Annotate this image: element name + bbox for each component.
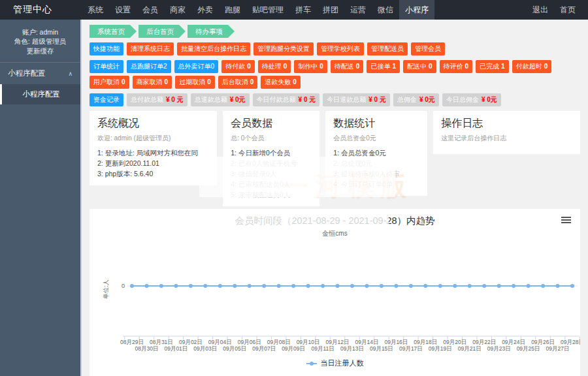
card-member-data: 会员数据 总: 0个会员 1: 今日新增0个会员2: 已有0人验证手机号3: 微… xyxy=(223,111,319,206)
x-axis-label: 09月18日 xyxy=(414,339,437,345)
legend-item[interactable]: 当日注册人数 xyxy=(306,358,364,368)
top-menu-item[interactable]: 拼车 xyxy=(289,0,317,20)
order-status-badge[interactable]: 待配送0 xyxy=(331,60,364,73)
top-right-menu-item[interactable]: 退出 xyxy=(527,0,554,20)
account-name: 账户: admin xyxy=(3,27,78,37)
top-right-menu-item[interactable]: 首页 xyxy=(554,0,581,20)
card-operation-log: 操作日志 这里记录后台操作日志 xyxy=(433,111,580,154)
order-status-badge[interactable]: 商家取消0 xyxy=(133,76,172,89)
card-list-item: 1: 会员总资金0元 xyxy=(333,148,419,158)
money-stat-badge[interactable]: 今日退款总额¥ 0 元 xyxy=(323,93,390,106)
order-status-badge[interactable]: 退款失败0 xyxy=(261,76,301,89)
money-stat-badge[interactable]: 今日总佣金¥ 0元 xyxy=(442,93,501,106)
top-menu-item[interactable]: 外卖 xyxy=(191,0,219,20)
x-axis-label: 09月08日 xyxy=(267,339,291,345)
data-point xyxy=(306,284,310,288)
top-menu-item[interactable]: 运营 xyxy=(344,0,372,20)
order-stats-row: 订单统计总跑腿订单2总外卖订单0 待付款0待处理0制作中0待配送0已接单1配送中… xyxy=(90,60,580,89)
order-status-badge[interactable]: 已完成1 xyxy=(476,60,509,73)
x-axis-label: 09月04日 xyxy=(208,339,232,345)
top-menu-item[interactable]: 商家 xyxy=(164,0,191,20)
order-status-badge[interactable]: 制作中0 xyxy=(294,60,327,73)
top-menu-item[interactable]: 小程序 xyxy=(399,0,434,20)
admin-action-button[interactable]: 批量清空后台操作日志 xyxy=(177,42,250,55)
x-axis-label: 09月17日 xyxy=(399,345,423,352)
quick-actions-row: 快捷功能 清理系统日志批量清空后台操作日志管理跑腿分类设置管理学校列表管理配送员… xyxy=(90,42,580,55)
order-status-badge[interactable]: 已接单1 xyxy=(367,60,400,73)
top-menu-item[interactable]: 贴吧管理 xyxy=(246,0,289,20)
refresh-cache-link[interactable]: 更新缓存 xyxy=(3,46,78,55)
sidebar-item-miniprogram-config[interactable]: 小程序配置 xyxy=(0,84,80,104)
data-point xyxy=(248,284,252,288)
breadcrumb-item[interactable]: 后台首页 xyxy=(139,25,186,38)
data-point xyxy=(380,284,384,288)
y-axis-tick: 0 xyxy=(122,283,125,289)
x-axis-label: 09月24日 xyxy=(502,339,525,345)
admin-action-button[interactable]: 管理配送员 xyxy=(367,42,408,55)
data-point xyxy=(277,284,281,288)
data-point xyxy=(233,284,237,288)
data-point xyxy=(482,284,486,288)
x-axis-label: 09月27日 xyxy=(546,345,570,352)
x-axis-label: 09月25日 xyxy=(517,345,540,352)
card-list-item: 3: 微信登录0人 xyxy=(231,168,312,179)
order-status-badge[interactable]: 待付款0 xyxy=(221,60,255,73)
quick-actions-button[interactable]: 快捷功能 xyxy=(90,42,123,55)
admin-action-button[interactable]: 清理系统日志 xyxy=(127,42,174,55)
chart-subtitle: 金恒cms xyxy=(90,227,580,238)
money-stat-badge[interactable]: 总付款总额¥ 0 元 xyxy=(127,93,188,106)
order-status-badge[interactable]: 付款超时0 xyxy=(512,60,552,73)
top-menu-item[interactable]: 设置 xyxy=(109,0,137,20)
top-menu-item[interactable]: 微信 xyxy=(372,0,399,20)
money-records-button[interactable]: 资金记录 xyxy=(90,93,123,106)
money-stat-badge[interactable]: 今日付款总额¥ 0 元 xyxy=(253,93,320,106)
card-data-statistics: 数据统计 会员总资金0元 1: 会员总资金0元2: 总提现0元3: 提现待审核0… xyxy=(325,111,427,196)
data-point xyxy=(145,284,149,288)
card-subtitle: 总: 0个会员 xyxy=(231,134,312,143)
top-menu-item[interactable]: 系统 xyxy=(82,0,109,20)
order-summary-button[interactable]: 总外卖订单0 xyxy=(174,60,219,73)
x-axis-label: 09月02日 xyxy=(179,339,203,345)
order-status-badge[interactable]: 待处理0 xyxy=(258,60,291,73)
top-menu-item[interactable]: 拼团 xyxy=(317,0,344,20)
x-axis-label: 08月29日 xyxy=(120,339,144,345)
x-axis-label: 09月28日 xyxy=(561,339,580,345)
data-point xyxy=(321,284,325,288)
x-axis-label: 09月09日 xyxy=(282,345,305,352)
card-title: 会员数据 xyxy=(231,117,312,131)
order-summary-button[interactable]: 订单统计 xyxy=(90,60,123,73)
x-axis-label: 09月01日 xyxy=(164,345,188,352)
order-status-badge[interactable]: 过期取消0 xyxy=(175,76,215,89)
order-status-badge[interactable]: 待评价0 xyxy=(440,60,473,73)
admin-action-button[interactable]: 管理学校列表 xyxy=(317,42,364,55)
data-point xyxy=(570,284,574,288)
card-list-item: 3: 提现待审核0人待审 xyxy=(333,168,419,179)
chart-menu-icon[interactable] xyxy=(561,217,571,225)
admin-action-button[interactable]: 管理跑腿分类设置 xyxy=(253,42,314,55)
money-stat-badge[interactable]: 总退款总额¥ 0元 xyxy=(191,93,250,106)
money-stat-badge[interactable]: 总佣金¥ 0元 xyxy=(393,93,439,106)
x-axis-label: 09月16日 xyxy=(384,339,408,345)
breadcrumb-item[interactable]: 系统首页 xyxy=(90,25,137,38)
breadcrumb-item[interactable]: 待办事项 xyxy=(188,25,235,38)
order-status-badge[interactable]: 配送中0 xyxy=(403,60,436,73)
sidebar-item-label: 小程序配置 xyxy=(22,90,60,98)
order-status-badge[interactable]: 后台取消0 xyxy=(218,76,258,89)
main-content: 系统首页后台首页待办事项 快捷功能 清理系统日志批量清空后台操作日志管理跑腿分类… xyxy=(82,20,588,376)
top-menu-item[interactable]: 会员 xyxy=(137,0,164,20)
order-status-badge[interactable]: 用户取消0 xyxy=(90,76,129,89)
top-menu-item[interactable]: 跑腿 xyxy=(219,0,246,20)
x-axis-label: 09月20日 xyxy=(443,339,466,345)
data-point xyxy=(159,284,163,288)
data-point xyxy=(203,284,207,288)
dashboard-cards: 系统概况 欢迎: admin (超级管理员) 1: 登录地址: 局域网对方和您在… xyxy=(90,111,580,206)
sidebar-section-miniprogram[interactable]: 小程序配置 ∧ xyxy=(0,63,80,84)
order-summary-button[interactable]: 总跑腿订单2 xyxy=(127,60,171,73)
chart-legend: 当日注册人数 xyxy=(90,358,580,368)
admin-action-button[interactable]: 管理会员 xyxy=(411,42,445,55)
data-point xyxy=(218,284,222,288)
card-list-item: 1: 今日新增0个会员 xyxy=(231,148,312,158)
card-list-item: 4: 已审核配送员0人 xyxy=(231,179,312,189)
x-axis-label: 09月22日 xyxy=(472,339,496,345)
app-title: 管理中心 xyxy=(0,0,82,20)
